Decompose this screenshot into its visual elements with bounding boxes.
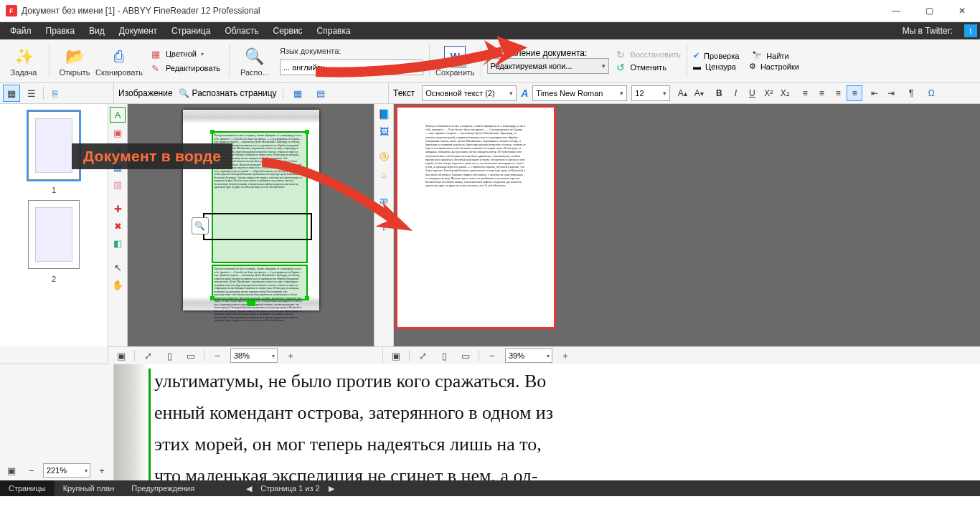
- subscript-button[interactable]: X₂: [777, 85, 793, 101]
- status-next[interactable]: ▶: [329, 484, 334, 493]
- closeup-text[interactable]: ультиматумы, не было против кого сражать…: [114, 364, 980, 480]
- align-left-button[interactable]: ≡: [797, 85, 813, 101]
- align-center-button[interactable]: ≡: [814, 85, 829, 101]
- status-tab-pages[interactable]: Страницы: [0, 480, 55, 496]
- align-justify-button[interactable]: ≡: [847, 85, 862, 101]
- settings-button[interactable]: ⚙Настройки: [749, 62, 799, 71]
- menu-page[interactable]: Страница: [164, 22, 217, 39]
- twitter-icon[interactable]: t: [964, 24, 977, 37]
- tool-picture-area[interactable]: ▣: [110, 125, 125, 140]
- image-tools: A ▣ ▦ ▦ ▥ ✚ ✖ ◧ ↖ ✋: [108, 104, 128, 346]
- superscript-button[interactable]: X²: [760, 85, 776, 101]
- recognize-button[interactable]: 🔍Распо...: [235, 45, 274, 77]
- status-prev[interactable]: ◀: [246, 484, 252, 493]
- layout-combo[interactable]: Редактируемая копи...: [487, 58, 609, 74]
- text-tool-img[interactable]: 🖼: [377, 124, 391, 138]
- txt-fit-2[interactable]: ▯: [435, 347, 453, 364]
- find-button[interactable]: 🔭Найти: [752, 51, 788, 60]
- txt-zoom-out[interactable]: −: [484, 347, 501, 364]
- font-grow-button[interactable]: A▴: [674, 85, 690, 101]
- closeup-zoom-in[interactable]: +: [93, 462, 110, 479]
- minimize-button[interactable]: —: [880, 0, 913, 22]
- maximize-button[interactable]: ▢: [913, 0, 946, 22]
- closeup-areas[interactable]: ▣: [3, 462, 20, 479]
- menu-view[interactable]: Вид: [82, 22, 112, 39]
- view-thumbnails-button[interactable]: ▦: [3, 85, 20, 102]
- open-button[interactable]: 📂Открыть: [55, 45, 94, 77]
- tool-recognize-area[interactable]: ✚: [110, 201, 125, 216]
- img-fit-3[interactable]: ▭: [182, 347, 199, 364]
- text-pane-label: Текст: [393, 88, 415, 98]
- text-tool-dict[interactable]: 📘: [377, 107, 391, 121]
- edit-image-button[interactable]: ✎Редактировать: [147, 62, 223, 75]
- status-tab-closeup[interactable]: Крупный план: [55, 480, 123, 496]
- undo-icon: ↺: [615, 62, 626, 73]
- color-icon: ▦: [150, 48, 161, 60]
- tool-text-area[interactable]: A: [110, 107, 126, 123]
- tool-delete-area[interactable]: ✖: [110, 219, 125, 233]
- img-zoom-out[interactable]: −: [209, 347, 226, 364]
- closeup-zoom-combo[interactable]: 221%: [43, 463, 90, 478]
- text-tool-pilcrow[interactable]: ¶: [377, 219, 391, 233]
- img-show-areas[interactable]: ▣: [113, 347, 130, 364]
- tool-hand[interactable]: ✋: [110, 277, 125, 292]
- status-tab-warnings[interactable]: Предупреждения: [123, 480, 203, 496]
- closeup-zoom-out[interactable]: −: [23, 462, 40, 479]
- menubar: Файл Правка Вид Документ Страница Област…: [0, 22, 980, 39]
- restore-button[interactable]: ↻Восстановить: [615, 49, 681, 60]
- img-zoom-in[interactable]: +: [282, 347, 299, 364]
- txt-show-areas[interactable]: ▣: [387, 347, 405, 364]
- italic-button[interactable]: I: [727, 85, 743, 101]
- style-combo[interactable]: Основной текст (2): [422, 85, 517, 101]
- indent-dec-button[interactable]: ⇤: [867, 85, 882, 101]
- tool-eraser[interactable]: ◧: [110, 236, 125, 250]
- underline-button[interactable]: U: [744, 85, 760, 101]
- txt-fit-3[interactable]: ▭: [457, 347, 474, 364]
- img-fit-2[interactable]: ▯: [161, 347, 178, 364]
- img-tool-1[interactable]: ▦: [289, 85, 306, 102]
- font-a-icon[interactable]: A: [521, 87, 528, 99]
- recognize-page-button[interactable]: 🔍Распознать страницу: [179, 88, 277, 98]
- txt-zoom-combo[interactable]: 39%: [505, 348, 552, 363]
- font-shrink-button[interactable]: A▾: [691, 85, 707, 101]
- censor-button[interactable]: ▬Цензура: [693, 62, 736, 71]
- align-right-button[interactable]: ≡: [830, 85, 846, 101]
- menu-service[interactable]: Сервис: [266, 22, 310, 39]
- menu-edit[interactable]: Правка: [39, 22, 83, 39]
- page-thumb-2[interactable]: [28, 200, 80, 269]
- menu-help[interactable]: Справка: [310, 22, 358, 39]
- menu-file[interactable]: Файл: [3, 22, 39, 39]
- view-details-button[interactable]: ☰: [23, 85, 40, 102]
- insert-symbol-button[interactable]: Ω: [923, 85, 939, 101]
- text-tool-ae[interactable]: æ: [377, 193, 391, 207]
- font-size-combo[interactable]: 12: [631, 85, 670, 101]
- bold-button[interactable]: В: [711, 85, 727, 101]
- recognized-page[interactable]: Хантер остановился на миг в сторонке, сл…: [395, 105, 556, 329]
- txt-zoom-in[interactable]: +: [557, 347, 574, 364]
- txt-fit-1[interactable]: ⤢: [414, 347, 431, 364]
- text-tool-mark-2[interactable]: ⌂: [377, 167, 391, 181]
- img-tool-2[interactable]: ▤: [312, 85, 329, 102]
- indent-inc-button[interactable]: ⇥: [883, 85, 899, 101]
- img-fit-1[interactable]: ⤢: [139, 347, 156, 364]
- page-thumb-1-label: 1: [52, 186, 56, 194]
- close-button[interactable]: ✕: [946, 0, 979, 22]
- save-button[interactable]: WdocСохранить: [435, 45, 475, 77]
- doclang-combo[interactable]: ... английск...: [280, 60, 423, 75]
- scanned-page[interactable]: Хантер остановился на миг в сторонке, сл…: [183, 110, 319, 310]
- tool-barcode-area[interactable]: ▥: [110, 177, 125, 191]
- task-button[interactable]: ✨Задача: [4, 45, 43, 77]
- font-combo[interactable]: Times New Roman: [532, 85, 627, 101]
- menu-area[interactable]: Область: [217, 22, 265, 39]
- pilcrow-button[interactable]: ¶: [903, 85, 919, 101]
- color-mode-button[interactable]: ▦Цветной ▾: [147, 47, 223, 60]
- scan-button[interactable]: ⎙Сканировать: [95, 45, 143, 77]
- magnify-icon: 🔍: [179, 88, 189, 98]
- check-button[interactable]: ✔Проверка: [693, 51, 739, 60]
- img-zoom-combo[interactable]: 38%: [230, 348, 278, 363]
- menu-document[interactable]: Документ: [112, 22, 164, 39]
- tool-pointer[interactable]: ↖: [110, 260, 125, 275]
- text-tool-mark-1[interactable]: ⓐ: [377, 150, 391, 164]
- page-props-button[interactable]: ⎘: [47, 85, 64, 102]
- undo-button[interactable]: ↺Отменить: [615, 62, 681, 73]
